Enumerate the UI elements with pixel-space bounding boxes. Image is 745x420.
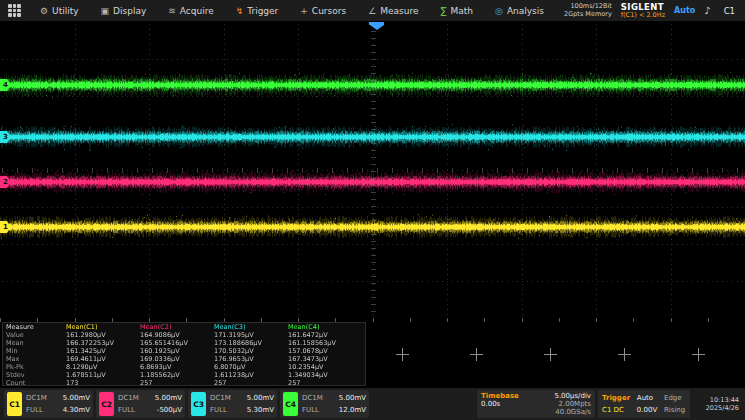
timebase-delay: 0.00s xyxy=(481,400,519,416)
offset-value: 12.0mV xyxy=(339,406,366,414)
stat-value: 171.3195µV xyxy=(214,331,288,339)
timebase-depth: 2.00Mpts 40.0GSa/s xyxy=(525,400,591,416)
timebase-rate: 40.0GSa/s xyxy=(555,408,591,416)
stat-value: 161.158563µV xyxy=(288,339,362,347)
measure-row-max: Max 169.4611µV 169.0336µV 176.9653µV 167… xyxy=(6,355,362,363)
trigger-marker-triangle xyxy=(370,25,384,30)
measure-col-header-c2: Mean(C2) xyxy=(140,323,214,331)
stat-label: Max xyxy=(6,355,66,363)
clock-time: 10:13:44 xyxy=(693,396,739,405)
menu-analysis[interactable]: ◎Analysis xyxy=(484,0,555,22)
angle-icon: ∠ xyxy=(368,6,376,16)
stat-value: 173 xyxy=(66,379,140,387)
scope-icon: ◎ xyxy=(495,6,503,16)
scale-value: 5.00mV xyxy=(155,394,182,402)
coupling-label: DC1M xyxy=(118,394,151,402)
scale-value: 5.00mV xyxy=(247,394,274,402)
scale-value: 5.00mV xyxy=(63,394,90,402)
bandwidth-label: FULL xyxy=(210,406,243,414)
scope-display: 4 3 2 1 Measure Mean(C1) Mean(C2) Mean(C… xyxy=(0,22,745,388)
menu-label: Trigger xyxy=(247,6,278,16)
measure-col-header-c1: Mean(C1) xyxy=(66,323,140,331)
menu-acquire[interactable]: ≋Acquire xyxy=(157,0,224,22)
brand-block: SIGLENT f(C1) < 2.0Hz xyxy=(621,3,665,19)
timebase-points: 2.00Mpts xyxy=(559,400,591,408)
plus-marker-icon xyxy=(692,348,705,361)
stat-value: 160.1925µV xyxy=(140,347,214,355)
trigger-level: 0.00V xyxy=(637,406,658,414)
plus-marker-icon xyxy=(396,348,409,361)
stat-value: 1.185562µV xyxy=(140,371,214,379)
stat-value: 161.2980µV xyxy=(66,331,140,339)
measure-row-min: Min 161.3425µV 160.1925µV 170.5032µV 157… xyxy=(6,347,362,355)
channel-c3-badge: C3 xyxy=(191,392,206,416)
stat-label: Mean xyxy=(6,339,66,347)
menu-trigger[interactable]: ↯Trigger xyxy=(225,0,290,22)
menu-utility[interactable]: ⚙Utility xyxy=(29,0,90,22)
oscilloscope-screen: ⚙Utility ▣Display ≋Acquire ↯Trigger +Cur… xyxy=(0,0,745,420)
menu-cursors[interactable]: +Cursors xyxy=(289,0,357,22)
plus-marker-icon xyxy=(618,348,631,361)
menu-math[interactable]: ∑Math xyxy=(429,0,484,22)
measure-title: Measure xyxy=(6,323,66,331)
bandwidth-label: FULL xyxy=(118,406,151,414)
coupling-label: DC1M xyxy=(26,394,59,402)
measure-row-stdev: Stdev 1.678511µV 1.185562µV 1.611238µV 1… xyxy=(6,371,362,379)
menu-label: Measure xyxy=(380,6,418,16)
stat-value: 10.2354µV xyxy=(288,363,362,371)
stat-value: 8.1290µV xyxy=(66,363,140,371)
active-channel-button[interactable]: C1 xyxy=(720,4,739,18)
scale-value: 5.00mV xyxy=(339,394,366,402)
trigger-status-badge: Auto xyxy=(674,6,695,15)
stat-label: Pk-Pk xyxy=(6,363,66,371)
stat-label: Count xyxy=(6,379,66,387)
stat-value: 257 xyxy=(140,379,214,387)
stat-value: 1.611238µV xyxy=(214,371,288,379)
trigger-mode: Auto xyxy=(637,394,658,402)
channel-c4-descriptor[interactable]: C4 DC1M 5.00mV FULL 12.0mV xyxy=(280,390,369,418)
plus-marker-icon xyxy=(470,348,483,361)
measure-header-row: Measure Mean(C1) Mean(C2) Mean(C3) Mean(… xyxy=(6,323,362,331)
menu-label: Cursors xyxy=(312,6,346,16)
channel-c2-descriptor[interactable]: C2 DC1M 5.00mV FULL -500µV xyxy=(96,390,185,418)
stat-value: 173.188686µV xyxy=(214,339,288,347)
timebase-descriptor[interactable]: Timebase 5.00µs/div 0.00s 2.00Mpts 40.0G… xyxy=(477,390,595,418)
channel-c1-badge: C1 xyxy=(7,392,22,416)
coupling-label: DC1M xyxy=(210,394,243,402)
app-grid-icon[interactable] xyxy=(8,4,21,17)
lightning-icon: ↯ xyxy=(236,6,244,16)
acquisition-info: 100ms/12Bit 2Gpts Memory xyxy=(564,3,612,18)
stat-value: 166.372253µV xyxy=(66,339,140,347)
offset-value: 4.30mV xyxy=(63,406,90,414)
channel-c3-descriptor[interactable]: C3 DC1M 5.00mV FULL 5.30mV xyxy=(188,390,277,418)
measure-row-value: Value 161.2980µV 164.9086µV 171.3195µV 1… xyxy=(6,331,362,339)
bandwidth-label: FULL xyxy=(26,406,59,414)
trigger-slope: Rising xyxy=(664,406,686,414)
channel-c1-descriptor[interactable]: C1 DC1M 5.00mV FULL 4.30mV xyxy=(4,390,93,418)
clock-date: 2025/4/26 xyxy=(693,404,739,413)
timebase-scale: 5.00µs/div xyxy=(525,392,591,400)
display-icon: ▣ xyxy=(101,6,110,16)
offset-value: 5.30mV xyxy=(247,406,274,414)
brand-logo: SIGLENT xyxy=(621,3,665,11)
stat-value: 161.3425µV xyxy=(66,347,140,355)
stat-value: 161.6472µV xyxy=(288,331,362,339)
stat-label: Value xyxy=(6,331,66,339)
timebase-label: Timebase xyxy=(481,392,519,400)
stat-value: 1.678511µV xyxy=(66,371,140,379)
menu-label: Utility xyxy=(52,6,78,16)
menu-measure[interactable]: ∠Measure xyxy=(357,0,429,22)
sound-icon[interactable]: ♪ xyxy=(704,5,710,16)
gear-icon: ⚙ xyxy=(40,6,48,16)
trigger-descriptor[interactable]: Trigger Auto Edge C1 DC 0.00V Rising xyxy=(598,390,690,418)
measure-col-header-c3: Mean(C3) xyxy=(214,323,288,331)
trigger-position-marker[interactable] xyxy=(369,22,384,30)
menu-display[interactable]: ▣Display xyxy=(90,0,158,22)
stat-value: 1.349034µV xyxy=(288,371,362,379)
stat-value: 176.9653µV xyxy=(214,355,288,363)
channel-c4-badge: C4 xyxy=(283,392,298,416)
stat-value: 169.4611µV xyxy=(66,355,140,363)
sigma-icon: ∑ xyxy=(440,6,446,16)
stat-value: 165.651416µV xyxy=(140,339,214,347)
measure-row-mean: Mean 166.372253µV 165.651416µV 173.18868… xyxy=(6,339,362,347)
